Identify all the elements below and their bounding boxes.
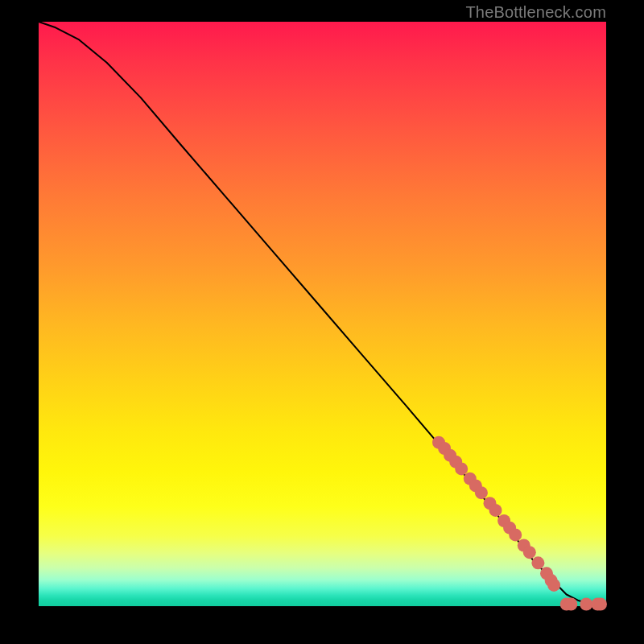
marker-dot [455, 462, 468, 475]
marker-dot [523, 546, 536, 559]
marker-dot [547, 579, 560, 592]
marker-group [432, 436, 607, 611]
marker-dot [489, 504, 502, 517]
marker-dot [594, 598, 607, 611]
marker-dot [564, 598, 577, 611]
marker-dot [475, 486, 488, 499]
curve-line [39, 22, 606, 605]
plot-area [39, 22, 606, 606]
marker-dot [580, 598, 592, 611]
marker-dot [531, 556, 544, 569]
chart-svg [39, 22, 606, 606]
chart-frame: TheBottleneck.com [0, 0, 644, 644]
watermark-text: TheBottleneck.com [465, 3, 606, 22]
marker-dot [509, 528, 522, 541]
